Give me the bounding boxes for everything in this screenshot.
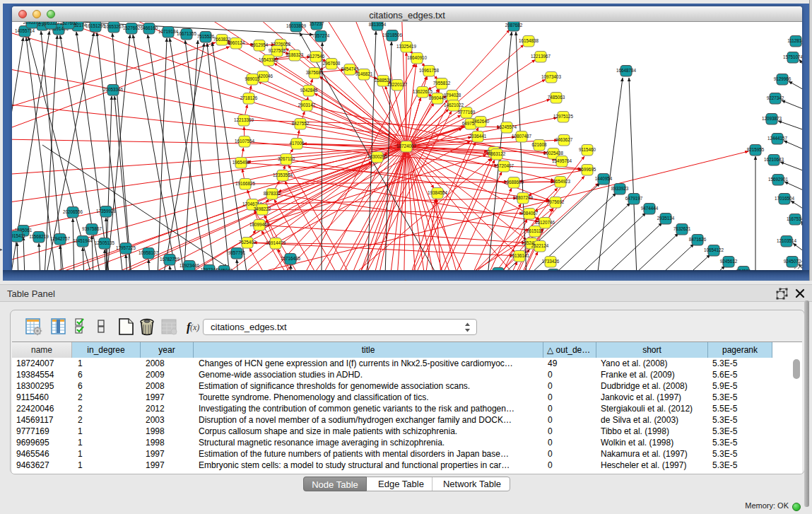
- svg-text:10807487: 10807487: [512, 134, 532, 139]
- svg-text:7357274: 7357274: [312, 33, 330, 38]
- svg-text:2095371: 2095371: [23, 22, 41, 25]
- svg-text:17016504: 17016504: [775, 196, 795, 201]
- svg-text:9127503: 9127503: [269, 48, 286, 53]
- svg-text:9777169: 9777169: [458, 110, 476, 115]
- svg-text:12505135: 12505135: [95, 240, 115, 245]
- svg-text:7955812: 7955812: [433, 81, 451, 86]
- svg-text:7462640: 7462640: [472, 119, 490, 124]
- svg-text:16210643: 16210643: [764, 157, 784, 162]
- svg-text:2522124: 2522124: [531, 243, 549, 248]
- svg-text:8186323: 8186323: [286, 52, 304, 57]
- svg-text:8427552: 8427552: [292, 121, 310, 126]
- svg-text:11568219: 11568219: [29, 234, 49, 239]
- svg-text:9084067: 9084067: [521, 211, 539, 216]
- svg-text:7975692: 7975692: [547, 199, 565, 204]
- svg-text:16914479: 16914479: [266, 240, 286, 245]
- svg-text:9463627: 9463627: [555, 137, 573, 142]
- svg-text:9129966: 9129966: [774, 76, 792, 81]
- svg-text:11451944: 11451944: [73, 238, 93, 243]
- svg-text:8215955: 8215955: [747, 147, 765, 152]
- svg-text:16543382: 16543382: [259, 57, 279, 62]
- svg-text:10653267: 10653267: [104, 24, 124, 29]
- svg-text:13220137: 13220137: [387, 82, 408, 87]
- svg-text:16782759: 16782759: [160, 257, 180, 262]
- svg-text:8912954: 8912954: [251, 42, 269, 47]
- svg-text:7632621: 7632621: [673, 226, 691, 231]
- svg-text:3498222: 3498222: [254, 206, 271, 211]
- svg-text:15751074: 15751074: [783, 54, 802, 59]
- svg-text:18099469: 18099469: [249, 222, 270, 227]
- svg-text:9242848: 9242848: [300, 88, 318, 93]
- svg-text:989015: 989015: [245, 76, 260, 81]
- svg-text:12444157: 12444157: [767, 136, 788, 141]
- svg-text:6479197: 6479197: [625, 196, 643, 201]
- svg-text:9227342: 9227342: [767, 95, 784, 100]
- svg-text:2967608: 2967608: [323, 61, 341, 66]
- svg-text:12213967: 12213967: [531, 54, 551, 59]
- svg-text:9794028: 9794028: [444, 93, 461, 98]
- svg-text:8933923: 8933923: [611, 186, 629, 191]
- svg-text:8813054: 8813054: [369, 22, 387, 27]
- svg-text:1615112: 1615112: [526, 228, 544, 233]
- svg-text:17359928: 17359928: [96, 209, 117, 214]
- svg-text:1527602: 1527602: [123, 25, 141, 30]
- svg-text:8960124: 8960124: [228, 40, 245, 45]
- svg-text:12103514: 12103514: [777, 238, 797, 243]
- svg-text:9699695: 9699695: [579, 167, 596, 172]
- svg-text:1733426: 1733426: [542, 259, 560, 264]
- svg-text:9245072: 9245072: [784, 259, 801, 264]
- svg-text:9146821: 9146821: [355, 71, 373, 76]
- svg-text:20053346: 20053346: [103, 87, 124, 92]
- svg-text:14055714: 14055714: [15, 28, 35, 33]
- svg-text:1167534: 1167534: [787, 216, 802, 221]
- svg-text:157237: 157237: [309, 22, 324, 26]
- svg-text:9115460: 9115460: [579, 147, 596, 152]
- svg-text:10973403: 10973403: [541, 74, 562, 79]
- svg-text:18640910: 18640910: [407, 55, 428, 60]
- svg-text:15136141: 15136141: [510, 253, 530, 258]
- svg-text:3267110: 3267110: [278, 156, 295, 161]
- svg-text:20206556: 20206556: [63, 209, 83, 214]
- svg-text:2935134: 2935134: [657, 216, 675, 221]
- svg-text:14621022: 14621022: [444, 103, 464, 107]
- svg-text:10719184: 10719184: [158, 29, 179, 34]
- svg-text:7625402: 7625402: [239, 240, 257, 245]
- svg-text:3875685: 3875685: [306, 70, 324, 75]
- svg-text:7485063: 7485063: [548, 95, 565, 100]
- svg-text:12213369: 12213369: [234, 117, 254, 122]
- svg-text:16107554: 16107554: [235, 139, 255, 144]
- svg-text:16033809: 16033809: [286, 23, 307, 28]
- svg-text:2036441: 2036441: [469, 134, 487, 139]
- svg-text:2903147: 2903147: [298, 103, 316, 107]
- svg-text:18724007: 18724007: [396, 144, 417, 148]
- svg-text:18807249: 18807249: [513, 195, 534, 200]
- svg-text:16120746: 16120746: [535, 220, 555, 225]
- svg-text:7515526: 7515526: [197, 34, 215, 39]
- svg-text:417006: 417006: [289, 141, 305, 146]
- svg-text:15692901: 15692901: [768, 177, 789, 182]
- svg-text:4863122: 4863122: [488, 151, 506, 156]
- svg-text:93975867: 93975867: [82, 226, 102, 231]
- svg-text:10961758: 10961758: [419, 68, 440, 73]
- svg-text:10025438: 10025438: [543, 151, 564, 156]
- svg-text:19384554: 19384554: [428, 190, 448, 195]
- svg-text:10688609: 10688609: [504, 180, 524, 185]
- svg-text:15720407: 15720407: [494, 163, 514, 168]
- svg-text:9474444: 9474444: [641, 206, 659, 211]
- svg-text:16671355: 16671355: [177, 31, 197, 36]
- svg-text:1440954: 1440954: [595, 176, 613, 181]
- svg-text:16245574: 16245574: [497, 124, 517, 129]
- svg-text:10958107: 10958107: [139, 250, 159, 255]
- svg-text:15716485: 15716485: [281, 256, 301, 261]
- svg-text:18300295: 18300295: [367, 154, 388, 159]
- svg-text:12093873: 12093873: [762, 116, 782, 121]
- svg-text:16151295: 16151295: [86, 23, 106, 28]
- svg-text:16648784: 16648784: [616, 68, 637, 73]
- svg-text:9245612: 9245612: [720, 259, 738, 264]
- svg-text:2718126: 2718126: [240, 95, 258, 100]
- svg-text:19166825: 19166825: [235, 181, 256, 186]
- svg-text:1965498: 1965498: [233, 160, 250, 165]
- svg-text:9127546: 9127546: [307, 54, 325, 59]
- svg-text:1063327: 1063327: [42, 22, 60, 25]
- svg-text:15495764: 15495764: [552, 158, 572, 163]
